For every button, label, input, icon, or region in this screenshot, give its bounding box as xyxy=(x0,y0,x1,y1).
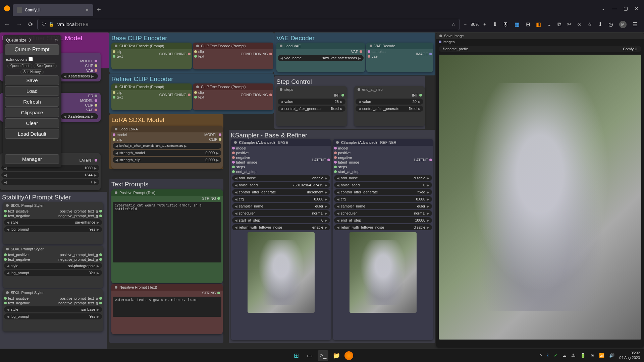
battery-icon[interactable]: 🔋 xyxy=(580,353,586,358)
download-icon[interactable]: ⬇ xyxy=(493,21,497,27)
group-title: Step Control xyxy=(274,77,425,86)
volume-icon[interactable]: 🔊 xyxy=(609,353,614,358)
firefox-taskbar-icon[interactable] xyxy=(344,351,353,360)
new-tab-button[interactable]: + xyxy=(97,5,101,14)
menu-icon[interactable]: ☰ xyxy=(633,21,637,27)
negative-prompt-textarea[interactable]: watermark, text, signature, mirror, fram… xyxy=(113,297,221,317)
group-title: KSampler - Base & Refiner xyxy=(229,131,435,140)
sync-icon[interactable]: ∞ xyxy=(578,21,581,27)
bluetooth-icon[interactable]: ᛒ xyxy=(546,353,549,358)
refresh-button[interactable]: Refresh xyxy=(5,97,59,107)
account-icon[interactable]: M xyxy=(619,21,627,28)
node-styler-3[interactable]: SDXL Prompt Styler text_positive text_ne… xyxy=(3,289,103,331)
chevron-down-icon[interactable]: ⌄ xyxy=(601,6,605,11)
node-ksampler-base[interactable]: KSampler (Advanced) - BASE model positiv… xyxy=(231,139,331,340)
see-history-button[interactable]: See History xyxy=(20,69,44,74)
node-clip-base-pos[interactable]: CLIP Text Encode (Prompt) clip text COND… xyxy=(111,43,192,69)
node-clip-refiner-pos[interactable]: CLIP Text Encode (Prompt) clip text COND… xyxy=(111,83,192,110)
wifi-icon[interactable]: 📶 xyxy=(599,353,604,358)
queue-size-label: Queue size: 0 xyxy=(6,38,31,43)
see-queue-button[interactable]: See Queue xyxy=(34,63,57,68)
node-end-at-step[interactable]: end_at_step INT ◀value20▶ ◀control_after… xyxy=(354,86,425,126)
url-input[interactable]: 🛡 🔓 vm.local:8189 ☆ xyxy=(37,19,460,30)
browser-tab-bar: ComfyUI ✕ + ⌄ — ▢ ✕ xyxy=(0,0,644,16)
browser-tab[interactable]: ComfyUI ✕ xyxy=(13,4,93,16)
firefox-icon xyxy=(4,5,10,11)
network-tray-icon[interactable]: 🖧 xyxy=(571,353,576,358)
node-styler-1[interactable]: SDXL Prompt Styler text_positive text_ne… xyxy=(3,202,103,244)
node-clip-refiner-neg[interactable]: CLIP Text Encode (Prompt) clip text COND… xyxy=(193,83,273,110)
node-styler-2[interactable]: SDXL Prompt Styler text_positive text_ne… xyxy=(3,246,103,288)
onedrive-icon[interactable]: ☁ xyxy=(562,353,567,358)
pocket-icon[interactable]: ⌄ xyxy=(547,21,551,27)
node-positive-prompt[interactable]: Positive Prompt (Text) STRING cybernetic… xyxy=(111,189,223,283)
forward-icon[interactable]: → xyxy=(16,21,22,28)
node-load-vae[interactable]: Load VAE VAE ◀vae_namesdxl_vae.safetenso… xyxy=(276,43,365,72)
ext3-icon[interactable]: ◧ xyxy=(536,21,541,27)
clock[interactable]: 05:32 04 Aug 2023 xyxy=(619,351,640,360)
group-title: StabilityAI Prompt Styler xyxy=(0,193,107,202)
group-title: Base CLIP Encoder xyxy=(109,34,274,43)
positive-prompt-textarea[interactable]: cybernetic cat wears futuristic armor, i… xyxy=(113,202,221,262)
node-ksampler-refiner[interactable]: KSampler (Advanced) - REFINER model posi… xyxy=(333,139,433,340)
extensions-icon[interactable]: ⧉ xyxy=(557,21,561,27)
comfyui-canvas[interactable]: Queue size: 0 ⚙ Queue Prompt Extra optio… xyxy=(0,33,644,349)
group-title: LoRA SDXL Model xyxy=(109,116,223,124)
close-icon[interactable]: ✕ xyxy=(85,7,89,13)
history-icon[interactable]: ◷ xyxy=(608,21,613,27)
save-button[interactable]: Save xyxy=(5,75,59,85)
node-steps[interactable]: steps INT ◀value25▶ ◀control_after_gener… xyxy=(276,86,347,126)
brightness-icon[interactable]: ☀ xyxy=(590,353,594,358)
preview-thumbnail xyxy=(350,232,417,313)
shield-icon[interactable]: 🛡 xyxy=(42,22,46,27)
ublock-icon[interactable]: ⛨ xyxy=(503,21,508,27)
group-title: VAE Decoder xyxy=(274,34,435,43)
node-save-image[interactable]: Save Image images filename_prefixComfyUI xyxy=(436,33,644,348)
clear-button[interactable]: Clear xyxy=(5,118,59,128)
tab-title: ComfyUI xyxy=(25,8,85,12)
downloads-icon[interactable]: ⬇ xyxy=(598,21,602,27)
lock-icon[interactable]: 🔓 xyxy=(49,22,54,27)
preview-thumbnail xyxy=(248,232,315,313)
explorer-icon[interactable]: 📁 xyxy=(331,350,342,361)
tab-favicon-icon xyxy=(17,7,22,13)
close-window-icon[interactable]: ✕ xyxy=(635,6,639,11)
queue-prompt-button[interactable]: Queue Prompt xyxy=(5,44,59,55)
node-negative-prompt[interactable]: Negative Prompt (Text) STRING watermark,… xyxy=(111,284,223,334)
queue-front-button[interactable]: Queue Front xyxy=(7,63,32,68)
url-bar: ← → ⟳ 🛡 🔓 vm.local:8189 ☆ − 80% + ⬇ ⛨ ▦ … xyxy=(0,16,644,33)
load-default-button[interactable]: Load Default xyxy=(5,129,59,139)
extra-options-label: Extra options xyxy=(6,57,27,61)
load-button[interactable]: Load xyxy=(5,86,59,96)
group-title: Text Prompts xyxy=(109,180,223,189)
maximize-icon[interactable]: ▢ xyxy=(624,6,628,11)
ext1-icon[interactable]: ▦ xyxy=(515,21,520,27)
gear-icon[interactable]: ⚙ xyxy=(54,38,58,43)
zoom-in-icon[interactable]: + xyxy=(483,22,486,27)
group-title: Refiner CLIP Encoder xyxy=(109,75,274,83)
devtools-icon[interactable]: ✂ xyxy=(567,21,572,27)
zoom-out-icon[interactable]: − xyxy=(464,22,467,27)
reload-icon[interactable]: ⟳ xyxy=(28,21,33,28)
terminal-icon[interactable]: >_ xyxy=(318,350,328,361)
clipspace-button[interactable]: Clipspace xyxy=(5,108,59,117)
manager-button[interactable]: Manager xyxy=(5,154,59,164)
node-load-lora[interactable]: Load LoRA model clip MODEL CLIP ◀lora\sd… xyxy=(111,126,223,169)
chevron-up-icon[interactable]: ^ xyxy=(540,353,542,358)
taskbar: ⊞ ▭ >_ 📁 ^ ᛒ ✓ ☁ 🖧 🔋 ☀ 📶 🔊 05:32 04 Aug … xyxy=(0,349,644,362)
taskview-icon[interactable]: ▭ xyxy=(304,350,315,361)
bookmarks-icon[interactable]: ☆ xyxy=(587,21,592,27)
output-image xyxy=(439,55,641,340)
ext2-icon[interactable]: ⊞ xyxy=(526,21,530,27)
star-icon[interactable]: ☆ xyxy=(451,22,455,27)
node-clip-base-neg[interactable]: CLIP Text Encode (Prompt) clip text COND… xyxy=(193,43,273,69)
zoom-level: 80% xyxy=(471,22,479,27)
back-icon[interactable]: ← xyxy=(4,21,10,28)
shield-tray-icon[interactable]: ✓ xyxy=(554,353,557,358)
extra-options-checkbox[interactable] xyxy=(29,57,33,61)
node-vae-decode[interactable]: VAE Decode samples vae IMAGE xyxy=(366,43,433,72)
window-controls: ⌄ — ▢ ✕ xyxy=(601,6,641,11)
control-panel: Queue size: 0 ⚙ Queue Prompt Extra optio… xyxy=(3,35,61,167)
minimize-icon[interactable]: — xyxy=(612,6,617,11)
start-icon[interactable]: ⊞ xyxy=(291,350,302,361)
